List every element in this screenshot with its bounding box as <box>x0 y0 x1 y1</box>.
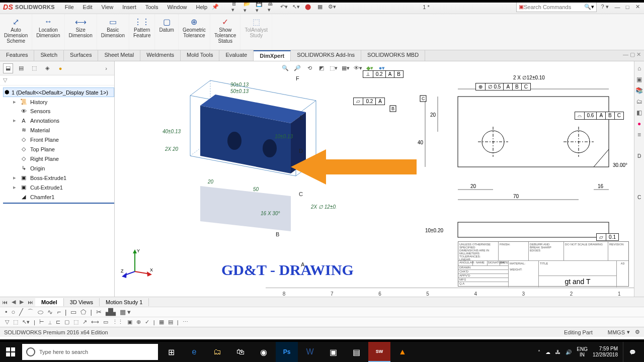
tree-root[interactable]: ⬢ 1 (Default<<Default>_Display State 1>) <box>3 87 114 97</box>
dx-cp2-icon[interactable]: ▤ <box>168 319 173 325</box>
tray-cloud-icon[interactable]: ☁ <box>545 349 550 355</box>
menu-window[interactable]: Window <box>163 3 191 11</box>
ribbon-pattern[interactable]: ⋮⋮Pattern Feature <box>129 14 155 50</box>
dx-more-icon[interactable]: ⋯ <box>183 319 188 325</box>
search-icon[interactable]: 🔍▾ <box>584 4 594 10</box>
fm-tab-config[interactable]: ⬚ <box>29 63 39 73</box>
sk-circle-icon[interactable]: ○ <box>12 308 16 316</box>
sk-grid-icon[interactable]: ▦ ▾ <box>120 308 131 316</box>
settings-icon[interactable]: ⚙▾ <box>328 3 336 11</box>
tree-item[interactable]: ≋Material <box>3 125 114 135</box>
fm-tab-display[interactable]: ● <box>55 63 65 73</box>
tree-item[interactable]: ◢Chamfer1 <box>3 192 114 202</box>
sk-rect-icon[interactable]: ▭ <box>70 308 76 316</box>
ribbon-datum[interactable]: ▢Datum <box>155 14 178 50</box>
display-style-icon[interactable]: ▦▾ <box>341 63 350 72</box>
tab-motion[interactable]: Motion Study 1 <box>100 298 149 306</box>
tab-dimxpert[interactable]: DimXpert <box>254 50 291 61</box>
ribbon-size-dim[interactable]: ⟷Size Dimension <box>65 14 97 50</box>
tray-notifications-icon[interactable]: 💬 <box>623 342 641 362</box>
menu-view[interactable]: View <box>98 3 118 11</box>
tb-sw-icon[interactable]: SW <box>368 342 390 362</box>
tree-item[interactable]: ◇Front Plane <box>3 135 114 144</box>
taskbar-search[interactable]: Type here to search <box>22 344 158 360</box>
tp-custom-icon[interactable]: ≡ <box>635 131 643 139</box>
tray-lang1[interactable]: ENG <box>577 346 588 352</box>
tb-app1-icon[interactable]: ▣ <box>322 342 344 362</box>
close-icon[interactable]: ✕ <box>634 4 641 11</box>
tab-3dviews[interactable]: 3D Views <box>64 298 100 306</box>
menu-tools[interactable]: Tools <box>141 3 163 11</box>
start-button[interactable] <box>0 342 21 362</box>
tb-ps-icon[interactable]: Ps <box>276 342 298 362</box>
nav-next-icon[interactable]: ▶ <box>18 299 26 305</box>
fm-expand-icon[interactable]: › <box>101 63 111 73</box>
tree-item[interactable]: ◇Right Plane <box>3 154 114 163</box>
tree-item[interactable]: ▸▣Cut-Extrude1 <box>3 183 114 192</box>
tb-app2-icon[interactable]: ▤ <box>345 342 367 362</box>
dx-filter-icon[interactable]: ▽ <box>5 319 9 325</box>
tab-mbd[interactable]: SOLIDWORKS MBD <box>361 50 425 61</box>
new-icon[interactable]: 🗎▾ <box>231 3 239 11</box>
tb-explorer-icon[interactable]: 🗂 <box>206 342 228 362</box>
dx-sel-icon[interactable]: ⬚ <box>13 319 18 325</box>
filter-icon[interactable]: ▽ <box>3 77 7 83</box>
dx-ref2-icon[interactable]: ⟂ <box>48 319 52 325</box>
tree-item[interactable]: ↳Origin <box>3 163 114 173</box>
dx-ref1-icon[interactable]: ⊢ <box>39 319 44 325</box>
help-icon[interactable]: ? ▾ <box>601 3 609 11</box>
dx-show-icon[interactable]: ✓ <box>145 319 149 325</box>
sk-fillet-icon[interactable]: ⌐ <box>57 308 61 316</box>
tab-evaluate[interactable]: Evaluate <box>219 50 254 61</box>
tp-resources-icon[interactable]: ▣ <box>635 75 643 83</box>
view-triad[interactable]: YXZ <box>120 246 155 282</box>
dx-loc-icon[interactable]: ↗ <box>83 319 87 325</box>
nav-prev-icon[interactable]: ◀ <box>10 299 18 305</box>
dx-ref3-icon[interactable]: ⊏ <box>56 319 60 325</box>
tb-vlc-icon[interactable]: ▲ <box>391 342 414 362</box>
tp-library-icon[interactable]: 📚 <box>635 86 643 95</box>
dx-cursor-icon[interactable]: ↖▾ <box>22 319 30 325</box>
dx-gtol-icon[interactable]: ⊕ <box>136 319 141 325</box>
tab-addins[interactable]: SOLIDWORKS Add-Ins <box>291 50 361 61</box>
sk-line-icon[interactable]: ╱ <box>19 308 23 316</box>
menu-help[interactable]: Help <box>192 3 212 11</box>
sk-point-icon[interactable]: • <box>5 308 8 316</box>
tab-sheetmetal[interactable]: Sheet Metal <box>98 50 140 61</box>
pin-icon[interactable]: 📌 <box>211 3 219 11</box>
undo-icon[interactable]: ↶▾ <box>280 3 288 11</box>
tp-home-icon[interactable]: ⌂ <box>635 64 643 72</box>
ribbon-geo-tol[interactable]: ⊕Geometric Tolerance <box>179 14 210 50</box>
tab-weldments[interactable]: Weldments <box>140 50 181 61</box>
minimize-icon[interactable]: — <box>614 4 621 11</box>
tb-store-icon[interactable]: 🛍 <box>229 342 252 362</box>
select-icon[interactable]: ↖▾ <box>292 3 300 11</box>
dx-size-icon[interactable]: ⟷ <box>91 319 99 325</box>
tree-item[interactable]: ▸AAnnotations <box>3 116 114 125</box>
tab-surfaces[interactable]: Surfaces <box>64 50 98 61</box>
fm-tab-dimxpert[interactable]: ◈ <box>42 63 52 73</box>
tray-clock[interactable]: 7:59 PM 12/28/2018 <box>593 346 618 358</box>
tb-word-icon[interactable]: W <box>299 342 321 362</box>
restore-icon[interactable]: □ <box>624 4 631 11</box>
tab-sketch[interactable]: Sketch <box>34 50 64 61</box>
search-input[interactable] <box>524 4 584 10</box>
ribbon-location-dim[interactable]: ↔Location Dimension <box>32 14 64 50</box>
tray-up-icon[interactable]: ˄ <box>538 349 540 355</box>
status-units[interactable]: MMGS <box>608 329 625 335</box>
ribbon-basic-dim[interactable]: ▭Basic Dimension <box>97 14 129 50</box>
sk-trim-icon[interactable]: ✂ <box>96 308 102 316</box>
print-icon[interactable]: 🖶▾ <box>268 3 276 11</box>
sk-mirror-icon[interactable]: ▟▙ <box>106 308 116 316</box>
tree-item[interactable]: ▸▣Boss-Extrude1 <box>3 173 114 183</box>
sk-spline-icon[interactable]: ∿ <box>47 308 53 316</box>
task-view-icon[interactable]: ⊞ <box>160 342 182 362</box>
menu-file[interactable]: File <box>61 3 78 11</box>
sk-ellipse-icon[interactable]: ⬭ <box>38 308 43 316</box>
tab-model[interactable]: Model <box>35 298 64 306</box>
tab-features[interactable]: Features <box>0 50 34 61</box>
dx-box-icon[interactable]: ▢ <box>64 319 69 325</box>
tree-item[interactable]: ◇Top Plane <box>3 144 114 154</box>
status-cog-icon[interactable]: ⚙ <box>635 329 640 335</box>
save-icon[interactable]: 💾▾ <box>256 3 264 11</box>
